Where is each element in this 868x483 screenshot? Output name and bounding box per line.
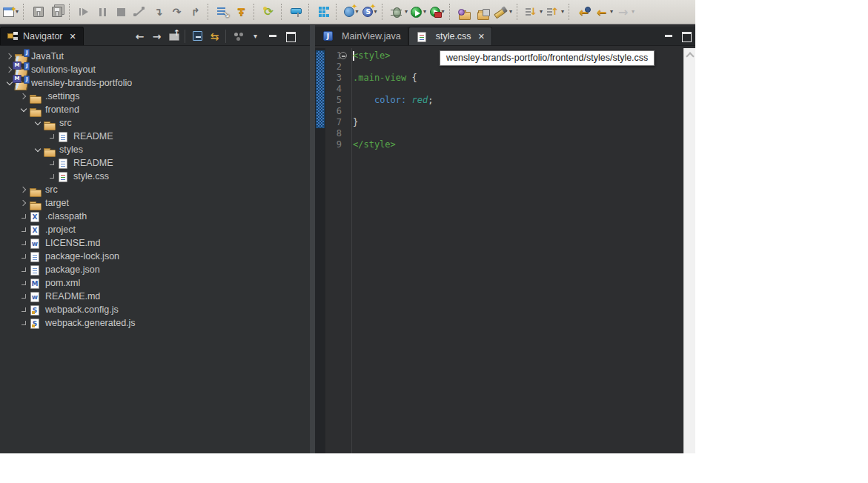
tree-item[interactable]: style.css: [0, 170, 310, 183]
up-button[interactable]: [166, 27, 182, 45]
show-in-console-button[interactable]: [213, 2, 232, 21]
navigator-tab[interactable]: Navigator ✕: [0, 27, 84, 45]
chevron-right-icon[interactable]: [19, 91, 29, 101]
dropdown-arrow-icon[interactable]: ▾: [632, 9, 635, 15]
forward-history-button[interactable]: →: [149, 27, 165, 45]
compile-widgetset-button[interactable]: [314, 2, 333, 21]
search-button[interactable]: ▾: [492, 2, 514, 21]
tree-item[interactable]: LICENSE.md: [0, 236, 310, 250]
run-button[interactable]: ▾: [409, 2, 428, 21]
previous-annotation-button[interactable]: ▾: [544, 2, 566, 21]
tree-item-label: webpack.generated.js: [45, 318, 136, 328]
line-number: 9: [315, 139, 348, 150]
step-return-button[interactable]: [186, 2, 205, 21]
next-annotation-button[interactable]: ▾: [523, 2, 544, 21]
compile-theme-button[interactable]: [287, 2, 305, 21]
chevron-down-icon[interactable]: [33, 118, 43, 128]
dropdown-arrow-icon[interactable]: ▾: [442, 9, 445, 15]
chevron-down-icon[interactable]: [33, 144, 43, 155]
tree-item[interactable]: .project: [0, 223, 310, 236]
minimize-button[interactable]: [660, 27, 676, 45]
import-button[interactable]: [455, 2, 474, 21]
back-history-button[interactable]: ←: [132, 27, 148, 45]
close-tab-icon[interactable]: ✕: [478, 32, 485, 41]
back-icon: [594, 5, 609, 19]
dropdown-arrow-icon[interactable]: ▾: [509, 9, 512, 15]
tree-item[interactable]: README: [0, 156, 310, 170]
tree-item[interactable]: frontend: [0, 103, 310, 116]
dropdown-arrow-icon[interactable]: ▾: [561, 9, 564, 15]
tree-item[interactable]: webpack.generated.js: [0, 316, 310, 330]
tree-item[interactable]: package.json: [0, 263, 310, 276]
editor-tab-style-css[interactable]: style.css✕: [408, 27, 492, 45]
run-icon: [411, 7, 422, 18]
suspend-button[interactable]: [93, 2, 112, 21]
chevron-right-icon[interactable]: [19, 198, 29, 208]
tree-item[interactable]: target: [0, 196, 310, 210]
resume-button[interactable]: [75, 2, 93, 21]
dropdown-arrow-icon[interactable]: ▾: [405, 9, 408, 15]
chevron-right-icon[interactable]: [4, 51, 15, 61]
tree-item[interactable]: .settings: [0, 90, 310, 103]
code-line[interactable]: 5 color: red;: [315, 95, 683, 106]
dropdown-arrow-icon[interactable]: ▾: [610, 9, 613, 15]
step-into-button[interactable]: [149, 2, 168, 21]
tree-item[interactable]: .classpath: [0, 210, 310, 223]
minimize-button[interactable]: [265, 27, 280, 45]
maximize-button[interactable]: [677, 27, 693, 45]
fold-collapse-icon[interactable]: [339, 52, 347, 59]
tree-item[interactable]: src: [0, 183, 310, 196]
chevron-down-icon[interactable]: [19, 104, 29, 115]
forward-button[interactable]: ▾: [614, 2, 636, 21]
dropdown-arrow-icon[interactable]: ▾: [540, 9, 543, 15]
chevron-spacer: [19, 211, 29, 221]
code-area[interactable]: 1<style>23.main-view {45 color: red;67}8…: [315, 48, 683, 453]
maximize-button[interactable]: [282, 27, 297, 45]
export-button[interactable]: [474, 2, 492, 21]
editor-tab-mainview-java[interactable]: MainView.java: [315, 27, 408, 45]
new-server-button[interactable]: ▾: [360, 2, 379, 21]
editor-scrollbar[interactable]: [683, 48, 695, 453]
new-browser-button[interactable]: ▾: [342, 2, 360, 21]
tree-item[interactable]: styles: [0, 143, 310, 156]
panel-sash[interactable]: [310, 25, 315, 453]
back-button[interactable]: ▾: [593, 2, 614, 21]
close-view-icon[interactable]: ✕: [70, 32, 76, 41]
tree-item-label: wensley-brands-portfolio: [31, 78, 132, 88]
code-line[interactable]: 3.main-view {: [315, 73, 683, 84]
code-line[interactable]: 6: [315, 106, 683, 117]
last-edit-location-button[interactable]: [574, 2, 593, 21]
terminate-button[interactable]: [112, 2, 130, 21]
code-line[interactable]: 4: [315, 84, 683, 95]
code-line[interactable]: 8: [315, 128, 683, 139]
tree-item[interactable]: src: [0, 116, 310, 130]
link-with-editor-button[interactable]: [207, 27, 222, 45]
step-over-button[interactable]: [168, 2, 186, 21]
collapse-all-button[interactable]: [190, 27, 205, 45]
tree-item[interactable]: JMsolutions-layout: [0, 63, 310, 76]
view-menu-button[interactable]: [248, 27, 263, 45]
tree-item[interactable]: JMwensley-brands-portfolio: [0, 76, 310, 90]
chevron-right-icon[interactable]: [19, 184, 29, 195]
code-line[interactable]: 9</style>: [315, 139, 683, 150]
synchronize-button[interactable]: [259, 2, 278, 21]
filters-button[interactable]: [231, 27, 246, 45]
tree-item[interactable]: webpack.config.js: [0, 303, 310, 316]
tree-item[interactable]: JJavaTut: [0, 50, 310, 63]
pause-icon: [96, 5, 110, 19]
debug-button[interactable]: ▾: [388, 2, 409, 21]
tree-item[interactable]: package-lock.json: [0, 250, 310, 263]
scroll-up-icon[interactable]: [687, 52, 692, 57]
save-button[interactable]: [29, 2, 47, 21]
tree-item[interactable]: README.md: [0, 290, 310, 303]
save-all-button[interactable]: [47, 2, 66, 21]
new-wizard-button[interactable]: ▾: [1, 2, 20, 21]
disconnect-button[interactable]: [130, 2, 149, 21]
tree-item[interactable]: pom.xml: [0, 276, 310, 290]
profile-button[interactable]: ▾: [428, 2, 446, 21]
open-type-hierarchy-button[interactable]: [232, 2, 251, 21]
dropdown-arrow-icon[interactable]: ▾: [423, 9, 426, 15]
tree-item-label: .settings: [45, 91, 80, 101]
code-line[interactable]: 7}: [315, 117, 683, 128]
tree-item[interactable]: README: [0, 130, 310, 143]
